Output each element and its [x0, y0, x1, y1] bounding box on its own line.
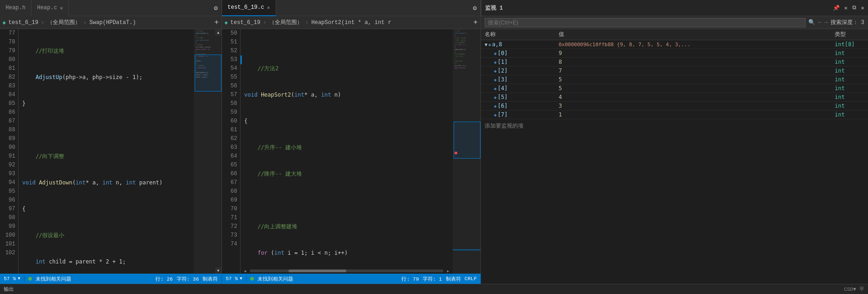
watch-row-6[interactable]: ◈ [6] 3 int [481, 102, 868, 110]
watch-row-5[interactable]: ◈ [5] 4 int [481, 93, 868, 102]
watch-search-bar: 🔍 ← → 搜索深度： 3 [481, 16, 868, 29]
arr-icon-0: ◈ [494, 51, 497, 56]
bc-swap[interactable]: Swap(HPDataT.) [87, 19, 138, 26]
toolbar-icons-right: ⚙ [469, 4, 480, 12]
status-col-right: 字符: 1 [423, 276, 442, 282]
dropdown-icon-right[interactable]: ▼ [240, 276, 242, 281]
arr-icon-1: ◈ [494, 60, 497, 65]
bc-r-sep2: › [305, 19, 308, 26]
float-icon[interactable]: ⧉ [852, 5, 856, 11]
nav-forward[interactable]: → [825, 19, 828, 26]
csd-label: CSD▼ 平 [844, 286, 864, 293]
watch-name-7: [7] [498, 111, 508, 118]
watch-type-0: int [831, 49, 868, 58]
status-line-right: 行: 79 [401, 276, 419, 282]
tab-test-c-label: test_6_19.c [228, 4, 264, 11]
watch-name-5: [5] [498, 94, 508, 100]
watch-value-1: 8 [555, 58, 831, 67]
nav-back[interactable]: ← [818, 19, 821, 26]
minimap-right: //方法2 void HeapSort2 { //升序-- 建小堆 //降序--… [453, 29, 480, 274]
col-value: 值 [555, 29, 831, 40]
col-name: 名称 [481, 29, 555, 40]
arr-icon-6: ◈ [494, 104, 497, 109]
tab-heap-c-label: Heap.c [37, 5, 57, 11]
expand-icon-a8[interactable]: ▼ [485, 42, 487, 47]
right-breadcrumb: ◉ test_6_19 › （全局范围） › HeapSort2(int * a… [222, 16, 480, 29]
tab-heap-h[interactable]: Heap.h [0, 0, 31, 16]
status-dot-right [250, 277, 254, 281]
arr-icon-2: ◈ [494, 68, 497, 74]
settings-icon[interactable]: ⚙ [214, 4, 218, 12]
add-watch-left[interactable]: + [214, 18, 219, 27]
bc-test-6-19[interactable]: test_6_19 [6, 19, 40, 26]
tab-test-c[interactable]: test_6_19.c ✕ [222, 0, 276, 16]
bc-r-global[interactable]: （全局范围） [267, 18, 304, 26]
hscroll-right[interactable]: ◀ ▶ [240, 268, 453, 274]
close-icon-watch[interactable]: ✕ [861, 5, 864, 12]
search-icon-watch[interactable]: 🔍 [808, 19, 815, 26]
watch-value-6: 3 [555, 102, 831, 110]
watch-value-0: 9 [555, 49, 831, 58]
watch-row-2[interactable]: ◈ [2] 7 int [481, 67, 868, 75]
add-watch-item[interactable]: 添加要监视的项 [481, 119, 868, 133]
watch-name-3: [3] [498, 76, 508, 83]
close-icon[interactable]: ✕ [60, 5, 63, 11]
watch-search-input[interactable] [485, 18, 806, 27]
minimap-preview-left [195, 55, 222, 92]
tab-heap-h-label: Heap.h [6, 5, 25, 11]
bc-sep2: › [83, 19, 86, 26]
toolbar-icons-left: ⚙ [210, 4, 222, 12]
watch-row-4[interactable]: ◈ [4] 5 int [481, 84, 868, 93]
arr-icon-3: ◈ [494, 77, 497, 82]
tab-heap-c[interactable]: Heap.c ✕ [31, 0, 69, 16]
bc-r-heapsort[interactable]: HeapSort2(int * a, int r [309, 19, 393, 26]
search-depth-value: 3 [861, 19, 864, 26]
watch-row-0[interactable]: ◈ [0] 9 int [481, 49, 868, 58]
code-content-right: //方法2 void HeapSort2(int* a, int n) { //… [240, 29, 453, 274]
current-line-minimap [453, 249, 480, 251]
watch-row-7[interactable]: ◈ [7] 1 int [481, 110, 868, 119]
watch-name-1: [1] [498, 59, 508, 65]
watch-type-4: int [831, 84, 868, 93]
bc-r-sep1: › [263, 19, 266, 26]
pin-icon[interactable]: 📌 [833, 5, 840, 12]
zoom-left[interactable]: 57 % [4, 276, 16, 282]
arr-icon-a8: ◈ [488, 42, 491, 47]
zoom-right[interactable]: 57 % [226, 276, 238, 282]
output-label[interactable]: 输出 [4, 286, 14, 293]
unpin-icon[interactable]: ✕ [844, 5, 848, 12]
watch-type-3: int [831, 75, 868, 84]
arr-icon-4: ◈ [494, 86, 497, 91]
status-dot-left [28, 277, 32, 281]
watch-value-2: 7 [555, 67, 831, 75]
watch-row-a8[interactable]: ▼ ◈ a,8 0x00000096c10ffb88 {9, 8, 7, 5, … [481, 40, 868, 49]
watch-row-1[interactable]: ◈ [1] 8 int [481, 58, 868, 67]
watch-type-6: int [831, 102, 868, 110]
arr-icon-7: ◈ [494, 112, 497, 117]
line-numbers-right: 5051525354 5556575859 6061626364 6566676… [222, 29, 240, 274]
bc-sep1: › [41, 19, 44, 26]
watch-type-2: int [831, 67, 868, 75]
watch-type-a8: int[8] [831, 40, 868, 49]
watch-name-6: [6] [498, 103, 508, 109]
settings-icon-right[interactable]: ⚙ [473, 4, 477, 12]
arr-icon-5: ◈ [494, 95, 497, 100]
watch-name-2: [2] [498, 67, 508, 74]
left-breadcrumb: ◉ test_6_19 › （全局范围） › Swap(HPDataT.) + [0, 16, 222, 29]
status-enc-right: 制表符 [446, 276, 461, 282]
status-enc-left: 制表符 [203, 276, 218, 282]
status-msg-left: 未找到相关问题 [36, 276, 71, 282]
bc-global[interactable]: （全局范围） [45, 18, 82, 26]
close-icon-right[interactable]: ✕ [267, 5, 270, 11]
dropdown-icon-left[interactable]: ▼ [18, 276, 20, 281]
minimap-left: //打印这堆 AdjustUp(php->a, } //向下调整 void Ad… [194, 29, 222, 274]
scroll-down-left[interactable]: ▼ [215, 267, 222, 274]
minimap-preview-right [454, 122, 480, 159]
line-numbers-left: 7778798081 8283848586 8788899091 9293949… [0, 29, 18, 274]
add-watch-right[interactable]: + [473, 18, 478, 27]
bc-r-test-6-19[interactable]: test_6_19 [228, 19, 262, 26]
scroll-up-left[interactable]: ▲ [215, 29, 222, 36]
status-msg-right: 未找到相关问题 [258, 276, 293, 282]
watch-row-3[interactable]: ◈ [3] 5 int [481, 75, 868, 84]
status-crlf-right: CRLF [465, 276, 477, 282]
